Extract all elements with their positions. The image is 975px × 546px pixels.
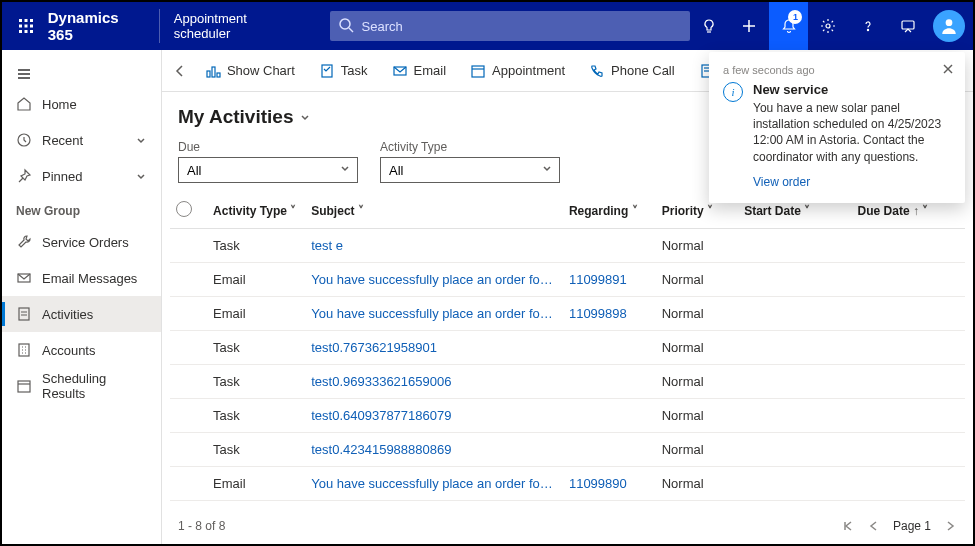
checklist-icon — [16, 306, 32, 322]
table-row[interactable]: Task test0.969333621659006 Normal — [170, 365, 965, 399]
table-row[interactable]: Email You have successfully place an ord… — [170, 297, 965, 331]
svg-rect-25 — [18, 381, 30, 392]
table-row[interactable]: Task test e Normal — [170, 229, 965, 263]
cell-regarding[interactable] — [563, 433, 656, 467]
lightbulb-button[interactable] — [690, 2, 730, 50]
sidebar-item-label: Pinned — [42, 169, 82, 184]
cell-regarding[interactable]: 11099890 — [563, 467, 656, 501]
filter-due-label: Due — [178, 140, 358, 154]
table-row[interactable]: Task test0.7673621958901 Normal — [170, 331, 965, 365]
cell-subject[interactable]: test0.7673621958901 — [305, 331, 563, 365]
chevron-down-icon — [135, 170, 147, 182]
notifications-button[interactable]: 1 — [769, 2, 809, 50]
col-activity-type[interactable]: Activity Type ˅ — [207, 193, 305, 229]
notification-timestamp: a few seconds ago — [723, 64, 951, 76]
cell-activity-type: Email — [207, 263, 305, 297]
sidebar-home[interactable]: Home — [2, 86, 161, 122]
quick-create-button[interactable] — [729, 2, 769, 50]
notification-link[interactable]: View order — [753, 175, 810, 189]
notification-body: You have a new solar panel installation … — [753, 100, 951, 165]
svg-rect-4 — [24, 25, 27, 28]
cell-regarding[interactable]: 11099898 — [563, 297, 656, 331]
svg-point-15 — [867, 29, 868, 30]
wrench-icon — [16, 234, 32, 250]
svg-rect-16 — [902, 21, 914, 29]
table-row[interactable]: Email You have successfully place an ord… — [170, 263, 965, 297]
pager-range: 1 - 8 of 8 — [178, 519, 225, 533]
cell-subject[interactable]: You have successfully place an order for… — [305, 297, 563, 331]
cell-regarding[interactable]: 11099891 — [563, 263, 656, 297]
cell-activity-type: Email — [207, 297, 305, 331]
pin-icon — [16, 168, 32, 184]
app-launcher-button[interactable] — [10, 10, 42, 42]
cell-priority: Normal — [656, 297, 738, 331]
cell-regarding[interactable] — [563, 229, 656, 263]
sidebar-item-scheduling[interactable]: Scheduling Results — [2, 368, 161, 404]
user-avatar[interactable] — [933, 10, 965, 42]
chevron-down-icon — [299, 111, 311, 123]
cmd-email[interactable]: Email — [382, 54, 457, 88]
table-row[interactable]: Task test0.640937877186079 Normal — [170, 399, 965, 433]
cell-subject[interactable]: test0.640937877186079 — [305, 399, 563, 433]
cell-subject[interactable]: test e — [305, 229, 563, 263]
col-subject[interactable]: Subject ˅ — [305, 193, 563, 229]
notification-close-button[interactable] — [941, 62, 955, 76]
sidebar-recent[interactable]: Recent — [2, 122, 161, 158]
cell-subject[interactable]: You have successfully place an order for… — [305, 467, 563, 501]
help-button[interactable] — [848, 2, 888, 50]
table-row[interactable]: Task test0.423415988880869 Normal — [170, 433, 965, 467]
filter-due-select[interactable]: All — [178, 157, 358, 183]
cell-priority: Normal — [656, 331, 738, 365]
cmd-show-chart[interactable]: Show Chart — [195, 54, 305, 88]
cmd-phone[interactable]: Phone Call — [579, 54, 685, 88]
chevron-down-icon — [135, 134, 147, 146]
cell-subject[interactable]: test0.423415988880869 — [305, 433, 563, 467]
cell-subject[interactable]: You have successfully place an order for… — [305, 263, 563, 297]
home-icon — [16, 96, 32, 112]
cell-activity-type: Task — [207, 365, 305, 399]
pager-prev[interactable] — [867, 519, 881, 533]
chevron-down-icon — [339, 162, 351, 174]
search-icon — [338, 17, 354, 33]
svg-rect-24 — [19, 344, 29, 356]
cell-regarding[interactable] — [563, 331, 656, 365]
mail-icon — [16, 270, 32, 286]
sidebar-item-email[interactable]: Email Messages — [2, 260, 161, 296]
pager-next[interactable] — [943, 519, 957, 533]
svg-rect-29 — [217, 73, 220, 77]
sidebar-item-label: Recent — [42, 133, 83, 148]
sidebar-item-label: Scheduling Results — [42, 371, 147, 401]
sidebar-item-activities[interactable]: Activities — [2, 296, 161, 332]
sidebar-toggle[interactable] — [2, 58, 161, 86]
svg-rect-1 — [24, 19, 27, 22]
select-all-checkbox[interactable] — [176, 201, 192, 217]
back-button[interactable] — [170, 54, 191, 88]
global-search-input[interactable] — [330, 11, 690, 41]
svg-rect-32 — [472, 66, 484, 77]
sidebar-item-service-orders[interactable]: Service Orders — [2, 224, 161, 260]
sidebar-item-accounts[interactable]: Accounts — [2, 332, 161, 368]
cmd-appointment[interactable]: Appointment — [460, 54, 575, 88]
cmd-task[interactable]: Task — [309, 54, 378, 88]
svg-point-17 — [946, 19, 953, 26]
settings-button[interactable] — [808, 2, 848, 50]
filter-type-label: Activity Type — [380, 140, 560, 154]
sidebar-pinned[interactable]: Pinned — [2, 158, 161, 194]
cell-priority: Normal — [656, 399, 738, 433]
cell-priority: Normal — [656, 365, 738, 399]
pager: 1 - 8 of 8 Page 1 — [162, 508, 973, 544]
info-icon: i — [723, 82, 743, 102]
filter-type-select[interactable]: All — [380, 157, 560, 183]
col-regarding[interactable]: Regarding ˅ — [563, 193, 656, 229]
app-name-label: Appointment scheduler — [160, 11, 320, 41]
table-row[interactable]: Email You have successfully place an ord… — [170, 467, 965, 501]
sidebar-item-label: Service Orders — [42, 235, 129, 250]
view-title[interactable]: My Activities — [178, 106, 311, 128]
assistant-button[interactable] — [888, 2, 928, 50]
cell-subject[interactable]: test0.969333621659006 — [305, 365, 563, 399]
pager-first[interactable] — [841, 519, 855, 533]
svg-rect-27 — [207, 71, 210, 77]
cell-regarding[interactable] — [563, 365, 656, 399]
cell-regarding[interactable] — [563, 399, 656, 433]
cell-activity-type: Email — [207, 467, 305, 501]
